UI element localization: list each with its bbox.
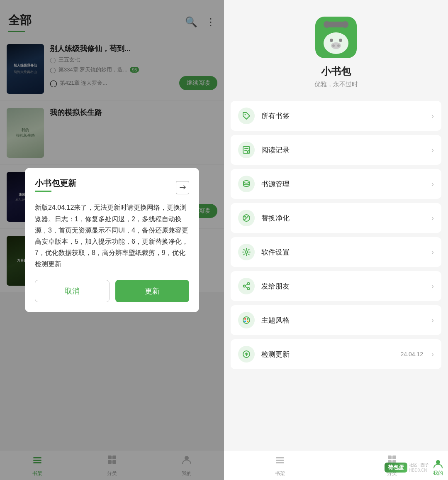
svg-rect-22: [244, 150, 247, 151]
clean-label: 替换净化: [261, 213, 425, 223]
watermark-suffix: 社区 · 圈子: [409, 462, 429, 468]
history-label: 阅读记录: [261, 145, 425, 155]
update-icon: [242, 350, 251, 359]
nav-item-shelf-right[interactable]: 书架: [224, 454, 336, 477]
svg-point-31: [248, 283, 250, 285]
chevron-right-icon: ›: [431, 214, 434, 223]
shelf-icon-right: [274, 454, 286, 468]
svg-point-38: [244, 321, 246, 322]
app-icon-svg: [315, 17, 357, 58]
svg-rect-41: [276, 457, 284, 458]
version-text: 24.04.12: [401, 351, 424, 358]
dialog-close-button[interactable]: [176, 181, 189, 194]
app-slogan: 优雅，永不过时: [314, 81, 358, 88]
svg-point-17: [332, 44, 335, 47]
menu-list: 所有书签 › 阅读记录 ›: [224, 101, 448, 450]
bookmarks-label: 所有书签: [261, 111, 425, 121]
right-header: 小书包 优雅，永不过时: [224, 0, 448, 101]
shelf-label-right: 书架: [275, 470, 285, 477]
menu-item-sources[interactable]: 书源管理 ›: [231, 169, 441, 199]
svg-point-14: [330, 39, 333, 42]
menu-item-update[interactable]: 检测更新 24.04.12 ›: [231, 339, 441, 369]
right-bottom-nav: 书架 分类 荷包蛋 社区 · 圈子 H: [224, 450, 448, 480]
svg-point-48: [436, 460, 440, 464]
app-name: 小书包: [321, 65, 351, 78]
app-icon: [315, 17, 357, 58]
bookmarks-icon-wrap: [238, 108, 255, 124]
chevron-right-icon: ›: [431, 180, 434, 189]
svg-point-18: [337, 44, 340, 47]
theme-icon: [242, 316, 251, 325]
svg-rect-25: [248, 152, 249, 153]
dialog-title-wrap: 小书包更新: [35, 178, 76, 198]
svg-point-12: [342, 21, 348, 28]
dialog-overlay: 小书包更新 新版24.04.12来了，无法更新时请更换网络，更换浏览器。日志：1…: [0, 0, 224, 480]
svg-point-39: [247, 321, 248, 322]
share-icon-wrap: [238, 278, 255, 294]
update-dialog: 小书包更新 新版24.04.12来了，无法更新时请更换网络，更换浏览器。日志：1…: [25, 168, 199, 312]
svg-line-34: [246, 287, 248, 288]
menu-item-share[interactable]: 发给朋友 ›: [231, 271, 441, 301]
menu-item-bookmarks[interactable]: 所有书签 ›: [231, 101, 441, 131]
svg-point-28: [244, 216, 246, 218]
left-panel: 全部 🔍 ⋮ 别人练级我修仙 苟到大乘再出山 别人练级我修仙，苟到... ◯ 三…: [0, 0, 224, 480]
svg-point-29: [245, 251, 248, 253]
svg-point-30: [243, 285, 246, 287]
menu-item-clean[interactable]: 替换净化 ›: [231, 203, 441, 233]
history-icon-wrap: [238, 142, 255, 158]
chevron-right-icon: ›: [431, 282, 434, 291]
chevron-right-icon: ›: [431, 248, 434, 257]
dialog-header: 小书包更新: [35, 178, 189, 198]
svg-point-32: [248, 288, 250, 290]
cancel-button[interactable]: 取消: [35, 280, 110, 302]
chevron-right-icon: ›: [431, 112, 434, 120]
clean-icon-wrap: [238, 210, 255, 226]
mine-icon-right: 我的: [432, 458, 444, 477]
svg-point-19: [245, 114, 246, 115]
svg-point-37: [247, 318, 248, 320]
svg-point-11: [324, 21, 330, 28]
dialog-buttons: 取消 更新: [35, 280, 189, 302]
dialog-content: 新版24.04.12来了，无法更新时请更换网络，更换浏览器。日志：1，修复多处闪…: [35, 202, 189, 269]
menu-item-history[interactable]: 阅读记录 ›: [231, 135, 441, 165]
dialog-underline: [35, 191, 51, 192]
share-label: 发给朋友: [261, 282, 425, 291]
chevron-right-icon: ›: [431, 146, 434, 154]
settings-icon-wrap: [238, 244, 255, 260]
mine-label-right: 我的: [433, 470, 443, 477]
watermark: 荷包蛋 社区 · 圈子 HBD0.CN 我的: [385, 458, 444, 477]
svg-point-15: [339, 39, 342, 42]
svg-point-26: [243, 181, 249, 183]
theme-label: 主题风格: [261, 316, 425, 325]
update-button[interactable]: 更新: [115, 280, 189, 302]
read-icon: [242, 145, 251, 154]
dialog-title: 小书包更新: [35, 178, 76, 189]
source-icon: [242, 179, 251, 189]
chevron-right-icon: ›: [431, 316, 434, 325]
settings-label: 软件设置: [261, 247, 425, 257]
sources-label: 书源管理: [261, 179, 425, 189]
watermark-cn: 荷包蛋: [388, 464, 404, 471]
watermark-text: 社区 · 圈子 HBD0.CN: [409, 462, 429, 473]
settings-icon: [242, 247, 251, 257]
watermark-box: 荷包蛋: [385, 463, 407, 473]
svg-rect-42: [276, 460, 284, 461]
watermark-site: HBD0.CN: [409, 468, 427, 473]
theme-icon-wrap: [238, 312, 255, 328]
svg-point-36: [244, 318, 246, 320]
share-icon: [242, 282, 251, 291]
update-icon-wrap: [238, 346, 255, 362]
menu-item-theme[interactable]: 主题风格 ›: [231, 305, 441, 335]
chevron-right-icon: ›: [431, 350, 434, 359]
svg-rect-21: [244, 148, 248, 149]
svg-line-33: [246, 284, 248, 286]
update-label: 检测更新: [261, 350, 394, 359]
menu-item-settings[interactable]: 软件设置 ›: [231, 237, 441, 267]
tag-icon: [242, 111, 251, 120]
right-panel: 小书包 优雅，永不过时 所有书签 ›: [224, 0, 448, 480]
sources-icon-wrap: [238, 176, 255, 192]
clean-icon: [242, 213, 251, 223]
svg-point-35: [243, 317, 250, 323]
svg-rect-43: [276, 462, 284, 463]
